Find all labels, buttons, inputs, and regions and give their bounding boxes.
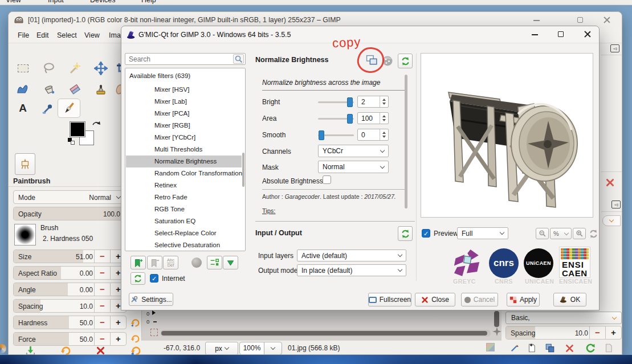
dock-spacing-decrease[interactable]: − xyxy=(589,326,605,339)
area-spinbox[interactable]: 100 xyxy=(357,112,389,124)
filter-item[interactable]: Mixer [RGB] xyxy=(126,120,242,132)
filter-item[interactable]: Mixer [PCA] xyxy=(126,108,242,120)
dock-delete-icon[interactable] xyxy=(605,178,615,187)
canvas-h-scrollbar-thumb[interactable] xyxy=(161,331,487,336)
parameters-scrollbar[interactable] xyxy=(405,75,407,208)
angle-slider[interactable]: Angle 0.00 − + xyxy=(13,283,127,296)
aspect-decrease-button[interactable]: − xyxy=(94,267,110,279)
dock-spacing-increase[interactable]: + xyxy=(605,326,621,339)
tool-eraser[interactable] xyxy=(67,81,82,96)
edit-brush-icon[interactable] xyxy=(509,343,520,353)
tool-color-picker[interactable] xyxy=(40,101,55,116)
tool-bucket-fill[interactable] xyxy=(42,81,56,96)
spacing-decrease-button[interactable]: − xyxy=(94,300,110,312)
preview-mode-select[interactable]: Full xyxy=(457,227,508,239)
brush-preview-swatch[interactable] xyxy=(14,224,36,246)
spin-arrows[interactable] xyxy=(380,96,388,107)
force-reset-icon[interactable] xyxy=(131,334,140,343)
tool-warp-transform[interactable] xyxy=(15,81,30,96)
refresh-brushes-icon[interactable] xyxy=(585,343,596,353)
tool-free-select[interactable] xyxy=(42,61,56,76)
delete-tool-preset-icon[interactable] xyxy=(96,346,105,355)
dock-expander-button[interactable] xyxy=(602,215,621,226)
bg-menu-view[interactable]: View xyxy=(6,0,21,4)
filter-item-selected[interactable]: Normalize Brightness xyxy=(126,156,242,167)
gimp-maximize-button[interactable] xyxy=(577,17,583,23)
aspect-ratio-slider[interactable]: Aspect Ratio 0.00 − + xyxy=(13,266,127,280)
splitter[interactable] xyxy=(416,53,417,281)
opacity-slider[interactable]: Opacity 100.0 xyxy=(13,207,127,220)
filter-item[interactable]: Multi Thresholds xyxy=(126,144,242,156)
dialog-close-button[interactable] xyxy=(584,31,591,38)
hardness-reset-icon[interactable] xyxy=(131,318,140,328)
dialog-minimize-button[interactable] xyxy=(532,34,538,35)
zoom-level-field[interactable]: 100% xyxy=(239,342,264,355)
close-button[interactable]: Close xyxy=(415,293,455,306)
tips-link[interactable]: Tips: xyxy=(262,207,275,214)
force-decrease-button[interactable]: − xyxy=(94,333,110,345)
size-decrease-button[interactable]: − xyxy=(94,250,110,263)
dock-tab-icon[interactable]: ◅ xyxy=(610,44,619,52)
open-brush-as-image-icon[interactable] xyxy=(604,343,614,353)
size-slider[interactable]: Size 51.00 − + xyxy=(13,250,127,263)
gimp-close-button[interactable] xyxy=(604,17,610,24)
rename-favorite-button[interactable]: Abc Def xyxy=(163,256,178,269)
filter-item[interactable]: Mixer [Lab] xyxy=(126,96,242,108)
filter-item[interactable]: Mixer [HSV] xyxy=(126,84,242,96)
spacing-slider[interactable]: Spacing 10.0 − + xyxy=(13,299,127,313)
quick-mask-toggle[interactable] xyxy=(150,329,158,336)
reset-zoom-button[interactable] xyxy=(587,227,600,240)
dock-tab-icon-2[interactable]: ◅ xyxy=(611,201,621,208)
smooth-slider-handle[interactable] xyxy=(319,130,324,140)
input-layers-select[interactable]: Active (default) xyxy=(297,250,406,261)
reset-io-button[interactable] xyxy=(398,226,413,241)
filter-sources-button[interactable] xyxy=(207,256,222,269)
menu-select[interactable]: Select xyxy=(57,31,77,39)
new-brush-icon[interactable] xyxy=(527,343,537,353)
menu-file[interactable]: File xyxy=(18,31,29,39)
spin-arrows[interactable] xyxy=(380,113,388,124)
bg-menu-devices[interactable]: Devices xyxy=(90,0,115,4)
apply-button[interactable]: Apply xyxy=(507,293,540,306)
force-increase-button[interactable]: + xyxy=(110,333,126,345)
brush-name[interactable]: 2. Hardness 050 xyxy=(43,235,93,243)
windows-taskbar[interactable] xyxy=(0,355,632,364)
settings-button[interactable]: Settings... xyxy=(129,293,173,306)
channels-select[interactable]: YCbCr xyxy=(318,145,389,157)
area-slider-handle[interactable] xyxy=(347,114,353,124)
mask-select[interactable]: Normal xyxy=(318,161,389,173)
brush-group-expander[interactable]: Basic, xyxy=(505,312,622,324)
menu-view[interactable]: View xyxy=(84,31,100,39)
search-button[interactable] xyxy=(233,54,244,64)
cancel-button-disabled[interactable]: Cancel xyxy=(461,293,498,306)
filter-item[interactable]: Select-Replace Color xyxy=(126,227,242,239)
hardness-slider[interactable]: Hardness 50.0 − + xyxy=(13,316,127,329)
preview-pane[interactable] xyxy=(421,53,593,218)
angle-decrease-button[interactable]: − xyxy=(94,283,110,296)
foreground-color-swatch[interactable] xyxy=(70,122,85,137)
zoom-select-button[interactable] xyxy=(264,342,282,355)
tool-clone[interactable] xyxy=(93,81,108,96)
reset-parameters-button[interactable] xyxy=(398,54,413,68)
filter-list-scrollbar[interactable] xyxy=(242,153,244,187)
ok-button[interactable]: OK xyxy=(553,293,586,306)
internet-checkbox[interactable]: ✓ xyxy=(150,274,158,283)
tool-fuzzy-select[interactable] xyxy=(67,61,82,76)
filter-item[interactable]: Retro Fade xyxy=(126,191,242,203)
gimp-minimize-button[interactable] xyxy=(533,20,540,21)
absolute-brightness-checkbox[interactable] xyxy=(323,175,331,184)
bg-menu-help[interactable]: Help xyxy=(141,0,156,4)
hardness-increase-button[interactable]: + xyxy=(110,316,126,329)
tool-rect-select[interactable] xyxy=(15,61,30,76)
bright-slider-handle[interactable] xyxy=(347,97,353,107)
bright-spinbox[interactable]: 2 xyxy=(357,96,389,108)
filter-item[interactable]: Random Color Transformation xyxy=(126,167,242,179)
add-favorite-button[interactable] xyxy=(131,256,146,269)
dialog-maximize-button[interactable] xyxy=(558,31,564,37)
swap-colors-icon[interactable] xyxy=(92,120,101,128)
canvas-v-scrollbar-thumb[interactable] xyxy=(494,311,499,327)
duplicate-brush-icon[interactable] xyxy=(545,343,555,353)
remove-favorite-button[interactable] xyxy=(147,256,162,269)
image-thumbnail-button[interactable] xyxy=(15,153,35,175)
search-input[interactable] xyxy=(125,53,246,65)
